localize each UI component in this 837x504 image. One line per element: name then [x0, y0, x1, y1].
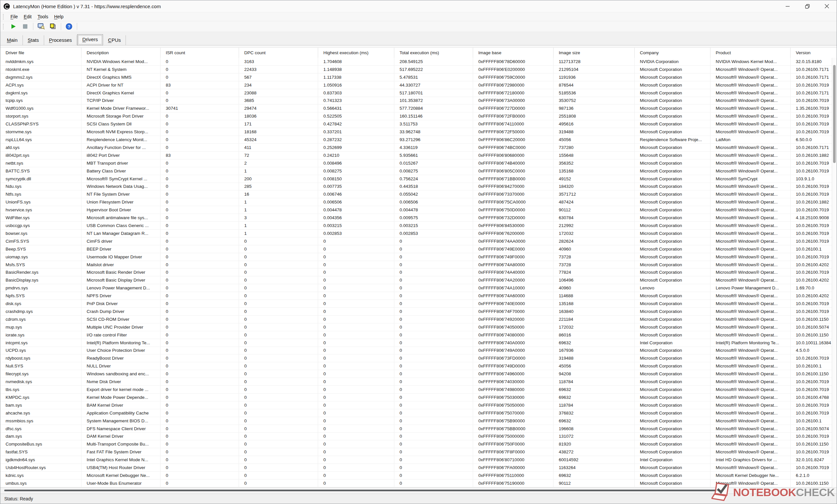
column-header[interactable]: Image size [554, 48, 635, 58]
table-row[interactable]: Wdf01000.sysKernel Mode Driver Framewor.… [0, 105, 837, 112]
table-row[interactable]: hvservice.sysHypervisor Boot Driver010.0… [0, 206, 837, 214]
table-row[interactable]: Usb4HostRouter.sysUSB4(TM) Host Router D… [0, 464, 837, 472]
table-row[interactable]: WdFilter.sysMicrosoft antimalware file s… [0, 214, 837, 222]
table-row[interactable]: bowser.sysNT Lan Manager Datagram R...01… [0, 230, 837, 238]
restore-button[interactable] [798, 0, 817, 12]
table-row[interactable]: UnionFS.sysUnion Filesystem Driver010.00… [0, 198, 837, 206]
start-monitor-button[interactable] [8, 22, 18, 31]
table-row[interactable]: igdkmdn64.sysIntel Graphics Kernel Mode … [0, 456, 837, 464]
monitor-magnifier-icon [38, 23, 45, 30]
table-cell: 10.0.26100.7019 [790, 308, 837, 315]
table-row[interactable]: dam.sysDAM Kernel Driver00000xFFFFF806'7… [0, 433, 837, 441]
table-row[interactable]: Null.SYSNULL Driver00000xFFFFF806'749D00… [0, 362, 837, 370]
table-row[interactable]: umbus.sysUser-Mode Bus Enumerator00000xF… [0, 480, 837, 487]
table-row[interactable]: ntoskrnl.exeNT Kernel & System0224331.14… [0, 66, 837, 74]
table-row[interactable]: disk.sysPnP Disk Driver00000xFFFFF806'74… [0, 300, 837, 308]
table-row[interactable]: fastfat.SYSFast FAT File System Driver00… [0, 448, 837, 456]
table-row[interactable]: stornvme.sysMicrosoft NVM Express Storp.… [0, 128, 837, 136]
table-row[interactable]: intcpmt.sysIntel(R) Platform Monitoring … [0, 339, 837, 347]
table-row[interactable]: afd.sysAncillary Function Driver for ...… [0, 144, 837, 152]
table-cell: 0xFFFFF806'74080000 [473, 331, 554, 339]
column-header[interactable]: Highest execution (ms) [318, 48, 394, 58]
tab-drivers[interactable]: Drivers [77, 34, 103, 45]
table-row[interactable]: CimFS.SYSCimFS driver00000xFFFFF806'74AA… [0, 238, 837, 245]
table-row[interactable]: dfsc.sysDFS Namespace Client Driver00000… [0, 425, 837, 433]
column-header[interactable]: Description [82, 48, 161, 58]
table-row[interactable]: mup.sysMultiple UNC Provider Driver00000… [0, 323, 837, 331]
column-header[interactable]: ISR count [161, 48, 239, 58]
table-cell: Microsoft Basic Display Driver [82, 276, 161, 284]
vertical-scrollbar[interactable] [832, 58, 837, 487]
windows-button[interactable] [48, 22, 58, 31]
table-cell: 94208 [554, 370, 635, 378]
column-header[interactable]: DPC count [239, 48, 318, 58]
table-row[interactable]: uiomap.sysUsermode IO Mapper Driver00000… [0, 253, 837, 261]
table-row[interactable]: Beep.SYSBEEP Driver00000xFFFFF806'749E00… [0, 245, 837, 253]
table-cell: UCPD.sys [0, 347, 82, 354]
column-header[interactable]: Image base [473, 48, 554, 58]
table-cell: Nvme Disk Driver [82, 378, 161, 386]
table-row[interactable]: filecrypt.sysWindows sandboxing and enc.… [0, 370, 837, 378]
table-row[interactable]: Ndu.sysWindows Network Data Usag...02850… [0, 183, 837, 191]
table-row[interactable]: ahcache.sysApplication Compatibility Cac… [0, 409, 837, 417]
table-cell: Resplendence Software Proje... [635, 136, 711, 143]
menu-item-edit[interactable]: Edit [21, 13, 35, 20]
column-header[interactable]: Version [790, 48, 837, 58]
column-header[interactable]: Driver file [0, 48, 82, 58]
table-row[interactable]: cdrom.sysSCSI CD-ROM Driver00000xFFFFF80… [0, 316, 837, 323]
analyze-button[interactable] [36, 22, 46, 31]
minimize-button[interactable] [778, 0, 798, 12]
column-header[interactable]: Company [635, 48, 711, 58]
horizontal-scrollbar-thumb[interactable] [4, 490, 720, 491]
tab-processes[interactable]: Processes [44, 35, 77, 45]
menu-item-tools[interactable]: Tools [35, 13, 51, 20]
table-row[interactable]: dxgkrnl.sysDirectX Graphics Kernel023088… [0, 89, 837, 97]
table-cell: CLASSPNP.SYS [0, 120, 82, 128]
table-row[interactable]: dxgmms2.sysDirectX Graphics MMS05671.117… [0, 74, 837, 81]
table-row[interactable]: Msfs.SYSMailslot driver00000xFFFFF806'74… [0, 261, 837, 269]
table-row[interactable]: rdyboost.sysReadyBoost Driver00000xFFFFF… [0, 354, 837, 362]
table-row[interactable]: i8042prt.sysi8042 Port Driver83720.24210… [0, 152, 837, 160]
tab-stats[interactable]: Stats [23, 35, 44, 45]
table-row[interactable]: Npfs.SYSNPFS Driver00000xFFFFF806'74A600… [0, 292, 837, 300]
table-row[interactable]: usbccgp.sysUSB Common Class Generic ...0… [0, 222, 837, 230]
table-row[interactable]: crashdmp.sysCrash Dump Driver00000xFFFFF… [0, 308, 837, 316]
table-row[interactable]: nvmedisk.sysNvme Disk Driver00000xFFFFF8… [0, 378, 837, 386]
table-row[interactable]: netbt.sysMBT Transport driver020.0084960… [0, 160, 837, 167]
table-row[interactable]: KMPDC.sysKernel Mode Power Depende...000… [0, 394, 837, 402]
table-row[interactable]: ACPI.sysACPI Driver for NT832341.0509164… [0, 81, 837, 89]
table-row[interactable]: rspLLL64.sysResplendence Latency Monit..… [0, 136, 837, 144]
table-row[interactable]: BasicDisplay.sysMicrosoft Basic Display … [0, 276, 837, 284]
table-row[interactable]: UCPD.sysUser Choice Protection Driver000… [0, 347, 837, 355]
table-row[interactable]: tbs.sysExport driver for kernel mode ...… [0, 386, 837, 394]
table-row[interactable]: Ntfs.sysNT File System Driver0160.006746… [0, 190, 837, 198]
column-header[interactable]: Product [711, 48, 790, 58]
table-row[interactable]: storport.sysMicrosoft Storage Port Drive… [0, 112, 837, 120]
stop-monitor-button[interactable] [20, 22, 30, 31]
menu-item-help[interactable]: Help [51, 13, 66, 20]
table-row[interactable]: CLASSPNP.SYSSCSI Class System Dll01710.4… [0, 120, 837, 128]
table-cell: Microsoft Corporation [635, 230, 711, 237]
table-row[interactable]: mssmbios.sysSystem Management BIOS D...0… [0, 417, 837, 425]
table-row[interactable]: iorate.sysI/O rate control Filter00000xF… [0, 331, 837, 339]
table-row[interactable]: pmdrvs.sysLenovo Power Management D...00… [0, 284, 837, 292]
table-row[interactable]: bam.sysBAM Kernel Driver00000xFFFFF806'7… [0, 402, 837, 409]
menu-item-file[interactable]: File [7, 13, 21, 20]
tab-cpus[interactable]: CPUs [103, 35, 126, 45]
table-row[interactable]: kdnic.sysMicrosoft Kernel Debugger Ne...… [0, 472, 837, 480]
table-row[interactable]: BasicRender.sysMicrosoft Basic Render Dr… [0, 268, 837, 276]
table-cell: Microsoft® Windows® Operat... [711, 331, 790, 339]
table-cell: WdFilter.sys [0, 214, 82, 222]
table-row[interactable]: BATTC.SYSBattery Class Driver010.0082750… [0, 167, 837, 175]
column-header[interactable]: Total execution (ms) [394, 48, 473, 58]
close-button[interactable] [817, 0, 837, 12]
table-row[interactable]: nvlddmkm.sysNVIDIA Windows Kernel Mod...… [0, 58, 837, 66]
help-button[interactable]: ? [64, 22, 74, 31]
table-row[interactable]: tcpip.sysTCP/IP Driver036850.741323101.3… [0, 97, 837, 105]
vertical-scrollbar-thumb[interactable] [833, 65, 836, 163]
table-row[interactable]: CompositeBus.sysMulti-Transport Composit… [0, 440, 837, 448]
tab-main[interactable]: Main [2, 35, 23, 45]
table-cell: 0xFFFFF806'74110000 [473, 120, 554, 128]
horizontal-scrollbar[interactable] [0, 487, 837, 493]
table-row[interactable]: symcryptk.dllMicrosoft® SymCrypt Kernel … [0, 175, 837, 183]
